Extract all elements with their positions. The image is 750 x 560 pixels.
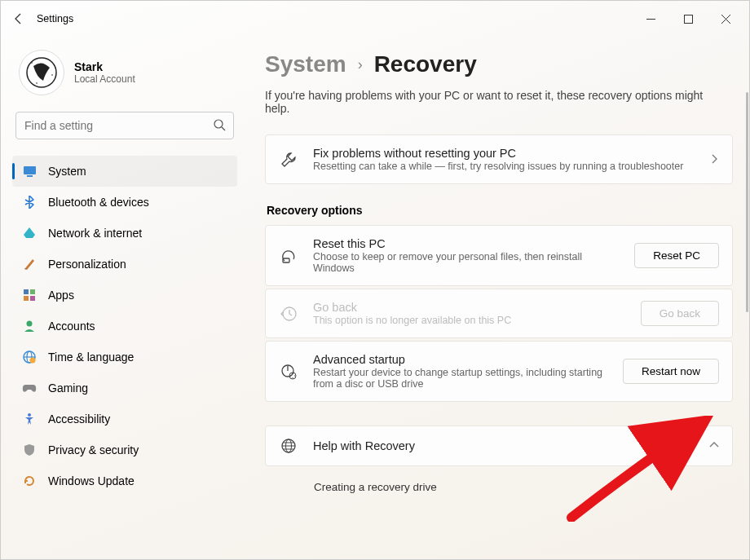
- titlebar: Settings: [1, 1, 749, 37]
- breadcrumb-current: Recovery: [374, 51, 477, 77]
- section-title: Recovery options: [267, 204, 733, 217]
- card-title: Advanced startup: [313, 353, 608, 366]
- scrollbar[interactable]: [743, 1, 749, 559]
- main-content: System › Recovery If you're having probl…: [245, 37, 749, 560]
- card-title: Fix problems without resetting your PC: [313, 147, 695, 160]
- card-title: Reset this PC: [313, 237, 620, 250]
- wifi-icon: [22, 226, 37, 240]
- monitor-icon: [22, 164, 37, 179]
- sidebar-item-label: Windows Update: [48, 474, 135, 487]
- help-recovery-card[interactable]: Help with Recovery: [265, 426, 733, 466]
- breadcrumb: System › Recovery: [265, 51, 733, 77]
- reset-pc-card: Reset this PC Choose to keep or remove y…: [265, 225, 733, 286]
- sidebar-item-accounts[interactable]: Accounts: [12, 311, 237, 342]
- apps-icon: [22, 288, 37, 302]
- chevron-right-icon: ›: [358, 56, 363, 73]
- svg-point-4: [36, 82, 38, 84]
- gamepad-icon: [22, 381, 37, 395]
- card-subtitle: Resetting can take a while — first, try …: [313, 161, 695, 172]
- sidebar-item-time[interactable]: Time & language: [12, 342, 237, 373]
- card-subtitle: This option is no longer available on th…: [313, 315, 626, 326]
- sidebar-item-apps[interactable]: Apps: [12, 280, 237, 311]
- minimize-button[interactable]: [632, 2, 669, 35]
- sidebar-item-label: Apps: [48, 289, 74, 302]
- svg-point-15: [30, 358, 36, 364]
- svg-point-5: [214, 120, 223, 128]
- reset-pc-button[interactable]: Reset PC: [634, 243, 719, 268]
- arrow-left-icon: [12, 12, 25, 25]
- go-back-card: Go back This option is no longer availab…: [265, 289, 733, 338]
- account-type: Local Account: [74, 73, 135, 85]
- sidebar-item-label: Time & language: [48, 351, 134, 364]
- search-icon: [214, 119, 226, 134]
- scrollbar-thumb[interactable]: [746, 92, 748, 312]
- advanced-startup-card: Advanced startup Restart your device to …: [265, 341, 733, 402]
- sidebar: Stark Local Account System Bluetooth & d…: [1, 37, 245, 560]
- svg-rect-9: [30, 289, 35, 294]
- sidebar-item-label: Privacy & security: [48, 443, 139, 456]
- chevron-up-icon: [709, 439, 719, 453]
- sidebar-item-accessibility[interactable]: Accessibility: [12, 403, 237, 434]
- chevron-right-icon: [709, 152, 719, 167]
- power-gear-icon: [279, 363, 298, 381]
- svg-rect-11: [30, 296, 35, 301]
- sidebar-item-label: Accounts: [48, 320, 95, 333]
- svg-point-12: [27, 321, 33, 327]
- brush-icon: [22, 257, 37, 271]
- sidebar-item-gaming[interactable]: Gaming: [12, 373, 237, 403]
- intro-text: If you're having problems with your PC o…: [265, 89, 721, 115]
- avatar: [19, 50, 64, 95]
- fix-problems-card[interactable]: Fix problems without resetting your PC R…: [265, 134, 733, 184]
- card-subtitle: Choose to keep or remove your personal f…: [313, 251, 620, 274]
- sidebar-item-label: System: [48, 165, 86, 178]
- sidebar-item-label: Bluetooth & devices: [48, 196, 149, 209]
- restart-now-button[interactable]: Restart now: [623, 359, 719, 384]
- maximize-button[interactable]: [669, 2, 707, 35]
- sidebar-nav: System Bluetooth & devices Network & int…: [12, 156, 237, 496]
- sidebar-item-label: Gaming: [48, 381, 88, 395]
- card-subtitle: Restart your device to change startup se…: [313, 367, 608, 390]
- card-title: Help with Recovery: [313, 439, 695, 452]
- accessibility-icon: [22, 412, 37, 426]
- sidebar-item-system[interactable]: System: [12, 156, 237, 187]
- back-button[interactable]: [6, 6, 32, 32]
- search-input[interactable]: [15, 112, 234, 139]
- account-block[interactable]: Stark Local Account: [12, 43, 237, 112]
- svg-rect-8: [24, 289, 29, 294]
- account-name: Stark: [74, 60, 135, 73]
- go-back-button: Go back: [641, 301, 719, 326]
- svg-rect-10: [24, 296, 29, 301]
- sidebar-item-label: Personalization: [48, 258, 126, 271]
- sidebar-item-update[interactable]: Windows Update: [12, 465, 237, 496]
- help-link-recovery-drive[interactable]: Creating a recovery drive: [265, 470, 733, 498]
- shield-icon: [22, 443, 37, 457]
- update-icon: [22, 474, 37, 488]
- window-title: Settings: [37, 13, 73, 24]
- globe-icon: [22, 350, 37, 364]
- globe-help-icon: [279, 438, 298, 454]
- svg-rect-6: [24, 166, 36, 174]
- wrench-icon: [279, 151, 298, 169]
- sidebar-item-privacy[interactable]: Privacy & security: [12, 434, 237, 465]
- sidebar-item-label: Network & internet: [48, 227, 142, 240]
- card-title: Go back: [313, 301, 626, 314]
- svg-point-2: [31, 62, 33, 64]
- reset-icon: [279, 247, 298, 265]
- person-icon: [22, 319, 37, 333]
- sidebar-item-label: Accessibility: [48, 412, 110, 426]
- sidebar-item-network[interactable]: Network & internet: [12, 218, 237, 249]
- breadcrumb-parent[interactable]: System: [265, 51, 346, 77]
- close-button[interactable]: [707, 2, 744, 35]
- svg-point-16: [28, 413, 31, 417]
- svg-point-3: [51, 74, 53, 76]
- history-icon: [279, 305, 298, 323]
- sidebar-item-personalization[interactable]: Personalization: [12, 249, 237, 280]
- sidebar-item-bluetooth[interactable]: Bluetooth & devices: [12, 187, 237, 218]
- bluetooth-icon: [22, 195, 37, 209]
- search-box[interactable]: [15, 112, 234, 139]
- svg-rect-7: [27, 175, 33, 177]
- svg-rect-0: [684, 15, 692, 23]
